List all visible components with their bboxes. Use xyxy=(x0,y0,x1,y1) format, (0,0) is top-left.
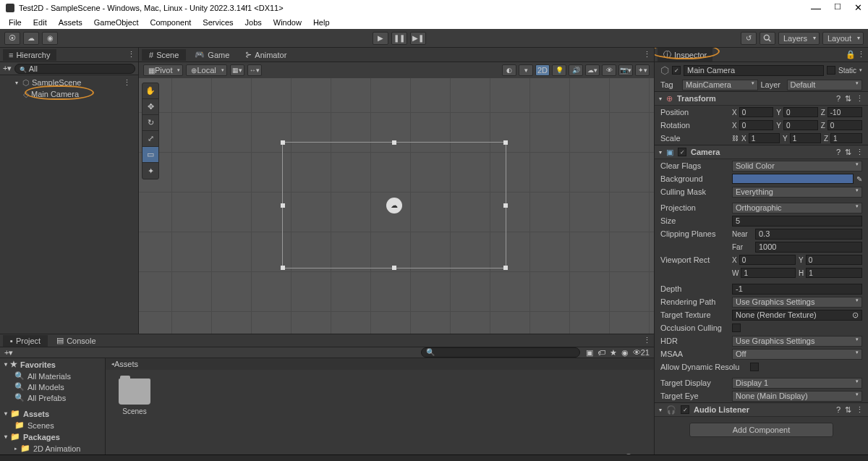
hierarchy-item-main-camera[interactable]: ◇ Main Camera xyxy=(0,88,138,100)
camera-settings-button[interactable]: 📷▾ xyxy=(618,64,633,76)
hierarchy-add-button[interactable]: +▾ xyxy=(3,64,12,73)
hierarchy-search-input[interactable]: 🔍 All xyxy=(14,64,135,74)
version-control-button[interactable]: ◉ xyxy=(42,32,58,45)
tool-handle-local-dropdown[interactable]: ⊕Local xyxy=(186,64,226,76)
scene-tabs-menu-icon[interactable]: ⋮ xyxy=(643,50,651,59)
target-texture-field[interactable]: None (Render Texture)⊙ xyxy=(732,310,862,321)
camera-bounds-gizmo[interactable]: ☁ xyxy=(282,142,506,268)
menu-services[interactable]: Services xyxy=(198,17,237,28)
audio-listener-enabled-checkbox[interactable]: ✓ xyxy=(681,405,689,414)
size-input[interactable] xyxy=(732,216,862,227)
background-color-field[interactable] xyxy=(732,174,854,184)
global-search-button[interactable] xyxy=(760,32,775,45)
preset-icon[interactable]: ⇅ xyxy=(845,148,851,157)
static-checkbox[interactable] xyxy=(827,66,835,75)
favorites-item[interactable]: 🔍 All Models xyxy=(0,381,105,392)
menu-window[interactable]: Window xyxy=(269,17,306,28)
inspector-menu-icon[interactable]: ⋮ xyxy=(857,50,865,59)
assets-folder-item[interactable]: 📁 Scenes xyxy=(0,420,105,431)
hidden-packages-icon[interactable]: ◉ xyxy=(621,348,629,358)
menu-help[interactable]: Help xyxy=(309,17,334,28)
packages-header[interactable]: ▾📁 Packages xyxy=(0,431,105,443)
layer-dropdown[interactable]: Default xyxy=(787,80,863,90)
context-menu-icon[interactable]: ⋮ xyxy=(856,405,864,415)
menu-jobs[interactable]: Jobs xyxy=(241,17,266,28)
save-search-icon[interactable]: ★ xyxy=(610,348,617,358)
position-z-input[interactable] xyxy=(827,107,862,117)
help-icon[interactable]: ? xyxy=(836,148,841,157)
near-plane-input[interactable] xyxy=(755,229,862,240)
projection-dropdown[interactable]: Orthographic xyxy=(732,203,862,213)
audio-button[interactable]: 🔊 xyxy=(569,64,583,76)
snap-increment-button[interactable]: ↔▾ xyxy=(247,64,262,76)
close-button[interactable]: ✕ xyxy=(854,2,862,14)
clear-flags-dropdown[interactable]: Solid Color xyxy=(732,161,862,172)
target-eye-dropdown[interactable]: None (Main Display) xyxy=(732,391,862,402)
gameobject-name-input[interactable] xyxy=(684,65,824,76)
transform-component-header[interactable]: ▾⊕ Transform ?⇅⋮ xyxy=(655,91,868,106)
account-button[interactable]: ⦿ xyxy=(4,32,20,45)
favorites-item[interactable]: 🔍 All Prefabs xyxy=(0,392,105,403)
preset-icon[interactable]: ⇅ xyxy=(845,94,851,103)
visibility-button[interactable]: 👁 xyxy=(602,64,616,76)
scale-x-input[interactable] xyxy=(749,133,780,143)
rendering-path-dropdown[interactable]: Use Graphics Settings xyxy=(732,297,862,308)
layout-dropdown[interactable]: Layout xyxy=(822,32,864,45)
add-component-button[interactable]: Add Component xyxy=(689,423,833,437)
depth-input[interactable] xyxy=(732,284,862,295)
viewport-w-input[interactable] xyxy=(741,268,796,278)
inspector-lock-icon[interactable]: 🔒 xyxy=(846,50,856,59)
camera-enabled-checkbox[interactable]: ✓ xyxy=(678,148,686,156)
folder-scenes[interactable]: Scenes xyxy=(114,378,155,415)
hierarchy-tab[interactable]: ≡ Hierarchy xyxy=(3,49,56,61)
tool-handle-pivot-dropdown[interactable]: ▦Pivot xyxy=(143,64,183,76)
scale-tool[interactable]: ⤢ xyxy=(142,131,158,147)
position-x-input[interactable] xyxy=(739,107,774,117)
favorites-header[interactable]: ▾★ Favorites xyxy=(0,358,105,371)
tab-project[interactable]: ▪ Project xyxy=(3,335,48,347)
inspector-tab[interactable]: ⓘ Inspector xyxy=(658,48,712,62)
hierarchy-scene-item[interactable]: ▾ ⬡ SampleScene ⋮ xyxy=(0,77,138,88)
rotation-x-input[interactable] xyxy=(739,120,774,130)
search-by-type-icon[interactable]: ▣ xyxy=(586,348,593,358)
project-asset-grid[interactable]: ◂ Assets Scenes xyxy=(106,358,654,461)
hand-tool[interactable]: ✋ xyxy=(142,83,158,99)
rotate-tool[interactable]: ↻ xyxy=(142,115,158,131)
menu-file[interactable]: File xyxy=(4,17,26,28)
assets-header[interactable]: ▾📁 Assets xyxy=(0,407,105,420)
tab-scene[interactable]: # Scene xyxy=(142,49,186,61)
preset-icon[interactable]: ⇅ xyxy=(845,405,851,415)
rotation-y-input[interactable] xyxy=(783,120,818,130)
rotation-z-input[interactable] xyxy=(827,120,862,130)
favorites-item[interactable]: 🔍 All Materials xyxy=(0,371,105,381)
tag-dropdown[interactable]: MainCamera xyxy=(682,80,758,90)
layers-dropdown[interactable]: Layers xyxy=(778,32,820,45)
hierarchy-menu-icon[interactable]: ⋮ xyxy=(127,50,135,59)
package-item[interactable]: ▸ 📁 2D Animation xyxy=(0,443,105,454)
2d-mode-button[interactable]: 2D xyxy=(535,64,550,76)
scale-y-input[interactable] xyxy=(790,133,821,143)
lighting-button[interactable]: 💡 xyxy=(552,64,566,76)
maximize-button[interactable]: ☐ xyxy=(834,2,841,14)
occlusion-culling-checkbox[interactable] xyxy=(732,323,741,332)
help-icon[interactable]: ? xyxy=(836,405,841,415)
cloud-button[interactable]: ☁ xyxy=(23,32,39,45)
msaa-dropdown[interactable]: Off xyxy=(732,349,862,360)
audio-listener-component-header[interactable]: ▾🎧 ✓ Audio Listener ?⇅⋮ xyxy=(655,402,868,417)
shading-mode-button[interactable]: ▾ xyxy=(519,64,533,76)
menu-component[interactable]: Component xyxy=(145,17,195,28)
menu-gameobject[interactable]: GameObject xyxy=(90,17,143,28)
minimize-button[interactable]: — xyxy=(811,2,821,14)
viewport-x-input[interactable] xyxy=(739,255,796,265)
rect-tool[interactable]: ▭ xyxy=(142,147,158,163)
grid-snap-button[interactable]: ▦▾ xyxy=(230,64,244,76)
tab-game[interactable]: 🎮 Game xyxy=(187,48,237,61)
far-plane-input[interactable] xyxy=(755,242,862,253)
project-add-button[interactable]: +▾ xyxy=(4,348,13,358)
culling-mask-dropdown[interactable]: Everything xyxy=(732,187,862,198)
scene-context-icon[interactable]: ⋮ xyxy=(123,78,135,88)
project-breadcrumb[interactable]: ◂ Assets xyxy=(106,358,654,370)
help-icon[interactable]: ? xyxy=(836,94,841,103)
target-display-dropdown[interactable]: Display 1 xyxy=(732,378,862,389)
move-tool[interactable]: ✥ xyxy=(142,99,158,115)
